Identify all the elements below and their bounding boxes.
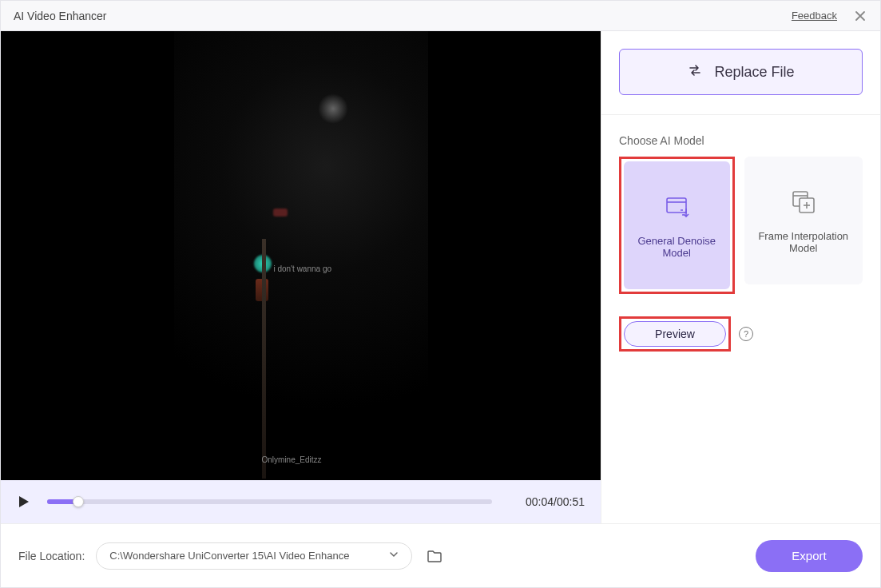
model-card-frame-interpolation[interactable]: Frame Interpolation Model (744, 157, 863, 284)
traffic-pole (262, 239, 266, 479)
file-location-label: File Location: (18, 550, 85, 562)
replace-file-label: Replace File (714, 64, 794, 81)
title-right: Feedback (792, 9, 867, 23)
open-folder-button[interactable] (423, 545, 446, 567)
model-card-general-denoise[interactable]: General Denoise Model (624, 161, 730, 289)
progress-thumb[interactable] (73, 496, 84, 507)
export-button[interactable]: Export (756, 540, 863, 572)
swap-icon (687, 62, 703, 82)
model-card-label: General Denoise Model (630, 235, 724, 259)
model-card-label: Frame Interpolation Model (751, 230, 857, 254)
video-frame: i don't wanna go Onlymine_Editzz (174, 31, 428, 480)
replace-file-button[interactable]: Replace File (619, 49, 863, 95)
progress-bar[interactable] (47, 499, 492, 504)
traffic-red-light-top (273, 209, 288, 217)
denoise-icon (662, 193, 691, 224)
video-watermark: Onlymine_Editzz (262, 455, 322, 464)
help-glyph: ? (744, 329, 748, 339)
video-subtitle: i don't wanna go (274, 264, 332, 273)
preview-row: Preview ? (619, 316, 863, 352)
video-pane: i don't wanna go Onlymine_Editzz 00:04/0… (1, 31, 601, 523)
player-controls: 00:04/00:51 (1, 480, 601, 523)
title-bar: AI Video Enhancer Feedback (1, 1, 880, 31)
window-title: AI Video Enhancer (14, 10, 107, 22)
help-icon[interactable]: ? (739, 327, 753, 341)
preview-button[interactable]: Preview (624, 321, 726, 347)
close-icon[interactable] (853, 9, 867, 23)
light-glow (318, 93, 348, 124)
preview-label: Preview (655, 328, 695, 340)
time-display: 00:04/00:51 (505, 495, 585, 508)
content-area: i don't wanna go Onlymine_Editzz 00:04/0… (1, 31, 880, 523)
export-label: Export (792, 549, 826, 562)
file-location-path: C:\Wondershare UniConverter 15\AI Video … (109, 550, 349, 562)
divider (601, 114, 880, 115)
options-pane: Replace File Choose AI Model General Den… (601, 31, 880, 523)
svg-rect-0 (667, 198, 686, 213)
video-preview: i don't wanna go Onlymine_Editzz (1, 31, 601, 480)
choose-model-label: Choose AI Model (619, 134, 863, 147)
annotation-highlight-preview: Preview (619, 316, 731, 352)
footer: File Location: C:\Wondershare UniConvert… (1, 523, 880, 587)
chevron-down-icon (389, 550, 399, 562)
frame-interpolation-icon (789, 188, 818, 219)
file-location-select[interactable]: C:\Wondershare UniConverter 15\AI Video … (96, 542, 412, 570)
play-button[interactable] (17, 493, 34, 511)
models-row: General Denoise Model Frame Interpolatio… (619, 157, 863, 294)
feedback-link[interactable]: Feedback (792, 10, 837, 22)
app-window: AI Video Enhancer Feedback i don't wanna… (0, 0, 881, 588)
annotation-highlight-model: General Denoise Model (619, 157, 735, 294)
